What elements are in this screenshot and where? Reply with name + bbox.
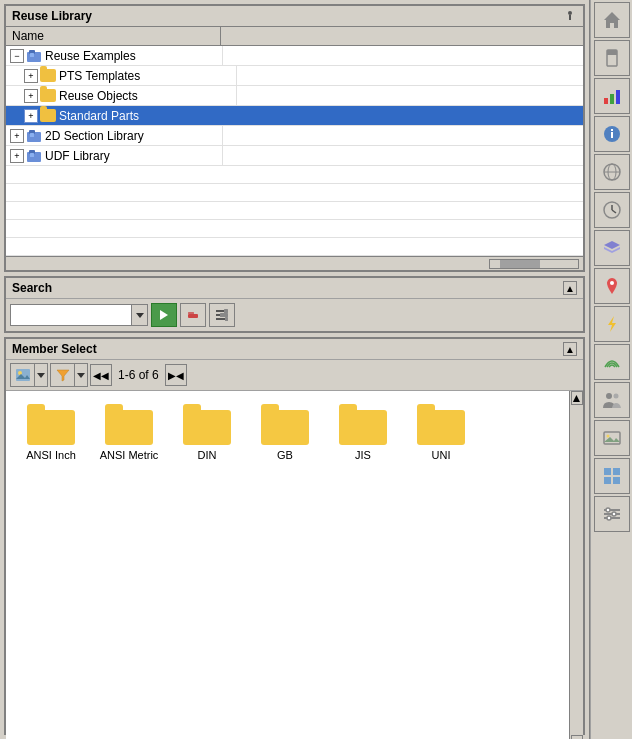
vertical-scrollbar[interactable]: ▲ ▼: [569, 391, 583, 739]
group-icon: [26, 49, 42, 63]
sidebar-btn-image[interactable]: [594, 420, 630, 456]
svg-rect-27: [610, 94, 614, 104]
preview-dropdown-button[interactable]: [34, 363, 48, 387]
search-go-button[interactable]: [151, 303, 177, 327]
folder-body: [27, 410, 75, 445]
folder-label: ANSI Metric: [100, 449, 159, 461]
folder-label: JIS: [355, 449, 371, 461]
tree-row[interactable]: + PTS Templates: [6, 66, 583, 86]
svg-rect-26: [604, 98, 608, 104]
folder-body: [105, 410, 153, 445]
folder-body: [261, 410, 309, 445]
svg-rect-7: [30, 133, 34, 137]
folder-large-icon: [105, 405, 153, 445]
search-clear-button[interactable]: [180, 303, 206, 327]
chevron-down-icon: [136, 313, 144, 318]
sidebar-btn-home[interactable]: [594, 2, 630, 38]
svg-point-43: [613, 394, 618, 399]
filter-dropdown-button[interactable]: [74, 363, 88, 387]
tree-cell-extra: [237, 66, 583, 85]
expand-icon[interactable]: +: [10, 129, 24, 143]
expand-icon[interactable]: −: [10, 49, 24, 63]
tree-body: − Reuse Examples +: [6, 46, 583, 256]
pin-button[interactable]: [563, 9, 577, 23]
main-panel: Reuse Library Name −: [0, 0, 590, 739]
reuse-library-title: Reuse Library: [12, 9, 92, 23]
tree-row-selected[interactable]: + Standard Parts: [6, 106, 583, 126]
chevron-down-icon: [77, 373, 85, 378]
empty-row: [6, 238, 583, 256]
svg-rect-15: [224, 309, 228, 313]
svg-marker-41: [608, 316, 616, 332]
svg-rect-25: [607, 50, 617, 55]
sidebar-btn-map[interactable]: [594, 268, 630, 304]
sidebar-btn-signal[interactable]: [594, 344, 630, 380]
people-icon: [602, 390, 622, 410]
filter-button[interactable]: [50, 363, 74, 387]
svg-rect-17: [220, 313, 228, 317]
member-select-collapse-button[interactable]: ▲: [563, 342, 577, 356]
sidebar-btn-clock[interactable]: [594, 192, 630, 228]
first-page-button[interactable]: ◀◀: [90, 364, 112, 386]
tree-item-label: Reuse Objects: [59, 89, 138, 103]
folder-icon: [40, 89, 56, 102]
folder-label: GB: [277, 449, 293, 461]
svg-marker-46: [604, 437, 620, 442]
svg-rect-12: [188, 314, 198, 318]
tree-row[interactable]: + 2D Section Library: [6, 126, 583, 146]
folder-item[interactable]: ANSI Metric: [92, 399, 166, 467]
name-column-header: Name: [6, 27, 221, 45]
sidebar-btn-layers[interactable]: [594, 230, 630, 266]
svg-point-54: [606, 508, 610, 512]
sidebar-btn-chart[interactable]: [594, 78, 630, 114]
tree-cell-extra: [237, 86, 583, 105]
member-select-section: Member Select ▲: [4, 337, 585, 735]
sidebar-btn-settings[interactable]: [594, 496, 630, 532]
svg-point-45: [606, 435, 609, 438]
expand-icon[interactable]: +: [24, 89, 38, 103]
tree-row[interactable]: − Reuse Examples: [6, 46, 583, 66]
tree-item-label: Standard Parts: [59, 109, 139, 123]
last-page-button[interactable]: ▶◀: [165, 364, 187, 386]
home-icon: [602, 10, 622, 30]
sidebar-btn-info[interactable]: [594, 116, 630, 152]
folder-large-icon: [183, 405, 231, 445]
preview-button[interactable]: [10, 363, 34, 387]
expand-icon[interactable]: +: [24, 69, 38, 83]
sidebar-btn-grid[interactable]: [594, 458, 630, 494]
sidebar-btn-bookmark[interactable]: [594, 40, 630, 76]
tree-cell-extra: [237, 106, 583, 125]
svg-rect-50: [613, 477, 620, 484]
search-collapse-button[interactable]: ▲: [563, 281, 577, 295]
search-input[interactable]: [11, 305, 131, 325]
expand-icon[interactable]: +: [24, 109, 38, 123]
group-icon: [26, 149, 42, 163]
folder-item[interactable]: UNI: [404, 399, 478, 467]
scroll-down-button[interactable]: ▼: [571, 735, 583, 739]
svg-rect-19: [225, 317, 228, 321]
tree-row[interactable]: + Reuse Objects: [6, 86, 583, 106]
scrollbar-thumb[interactable]: [500, 260, 540, 268]
folder-item[interactable]: ANSI Inch: [14, 399, 88, 467]
filter-button-group: [50, 363, 88, 387]
horizontal-scrollbar[interactable]: [489, 259, 579, 269]
tree-row[interactable]: + UDF Library: [6, 146, 583, 166]
search-options-button[interactable]: [209, 303, 235, 327]
expand-icon[interactable]: +: [10, 149, 24, 163]
svg-marker-38: [604, 241, 620, 249]
sidebar-btn-lightning[interactable]: [594, 306, 630, 342]
scroll-up-button[interactable]: ▲: [571, 391, 583, 405]
tree-cell-extra: [223, 46, 583, 65]
svg-point-56: [607, 516, 611, 520]
sidebar-btn-people[interactable]: [594, 382, 630, 418]
folder-item[interactable]: GB: [248, 399, 322, 467]
folder-item[interactable]: JIS: [326, 399, 400, 467]
settings-icon: [602, 504, 622, 524]
folder-large-icon: [27, 405, 75, 445]
svg-line-37: [612, 210, 616, 213]
folder-item[interactable]: DIN: [170, 399, 244, 467]
search-dropdown-button[interactable]: [131, 305, 147, 325]
tree-cell-extra: [223, 146, 583, 165]
sidebar-btn-globe[interactable]: [594, 154, 630, 190]
member-select-header: Member Select ▲: [6, 339, 583, 360]
